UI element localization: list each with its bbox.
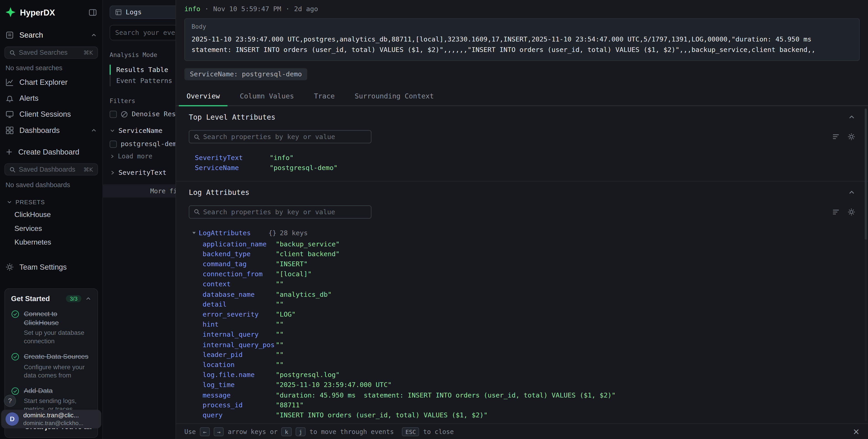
sidebar-item-alerts[interactable]: Alerts bbox=[0, 90, 102, 106]
attribute-key[interactable]: SeverityText bbox=[195, 153, 270, 163]
saved-searches-input[interactable] bbox=[19, 49, 80, 57]
sidebar-item-client-sessions[interactable]: Client Sessions bbox=[0, 106, 102, 122]
attribute-key[interactable]: message bbox=[203, 390, 276, 400]
saved-searches-input-wrap: ⌘K bbox=[4, 46, 98, 59]
attribute-key[interactable]: error_severity bbox=[203, 310, 276, 319]
sidebar-item-team-settings[interactable]: Team Settings bbox=[0, 259, 102, 275]
attribute-key[interactable]: query bbox=[203, 410, 276, 420]
attribute-value[interactable]: "INSERT" bbox=[276, 259, 308, 269]
lines-view-icon[interactable] bbox=[832, 133, 840, 140]
attribute-value[interactable]: "[local]" bbox=[276, 269, 312, 279]
attribute-row: message"duration: 45.950 ms statement: I… bbox=[203, 390, 855, 400]
service-name-chip[interactable]: ServiceName: postgresql-demo bbox=[184, 68, 308, 80]
sidebar-item-search[interactable]: Search bbox=[0, 27, 102, 43]
attribute-value[interactable]: "postgresql-demo" bbox=[270, 163, 338, 173]
attribute-key[interactable]: ServiceName bbox=[195, 163, 270, 173]
collapse-section-icon[interactable] bbox=[848, 188, 856, 196]
collapse-sidebar-icon[interactable] bbox=[89, 8, 97, 16]
attribute-key[interactable]: process_id bbox=[203, 400, 276, 410]
attribute-key[interactable]: application_name bbox=[203, 239, 276, 249]
attribute-row: ServiceName "postgresql-demo" bbox=[195, 163, 855, 173]
attribute-value[interactable]: "backup_service" bbox=[276, 239, 340, 249]
lines-view-icon[interactable] bbox=[832, 208, 840, 216]
tab-trace[interactable]: Trace bbox=[306, 88, 342, 105]
presets-toggle[interactable]: PRESETS bbox=[0, 195, 102, 208]
chevron-down-icon bbox=[110, 128, 115, 133]
plus-icon bbox=[5, 148, 13, 156]
attribute-value[interactable]: "88711" bbox=[276, 400, 304, 410]
attribute-value[interactable]: "LOG" bbox=[276, 310, 296, 319]
attribute-value[interactable]: "" bbox=[276, 340, 284, 350]
attribute-key[interactable]: database_name bbox=[203, 289, 276, 299]
scrollbar-thumb[interactable] bbox=[865, 108, 867, 240]
get-started-step[interactable]: Connect to ClickHouse Set up your databa… bbox=[11, 310, 91, 346]
attribute-row: internal_query"" bbox=[203, 330, 855, 340]
attribute-value[interactable]: "INSERT INTO orders (user_id, total) VAL… bbox=[276, 410, 488, 420]
app-root: HyperDX Search ⌘K No saved searches bbox=[0, 0, 868, 439]
tree-root-key[interactable]: LogAttributes bbox=[199, 229, 251, 237]
denoise-checkbox[interactable] bbox=[110, 110, 117, 118]
body-text[interactable]: 2025-11-10 23:59:47.000 UTC,postgres,ana… bbox=[191, 34, 852, 55]
attribute-key[interactable]: log_time bbox=[203, 380, 276, 390]
brand-name: HyperDX bbox=[20, 7, 88, 17]
attribute-value[interactable]: "" bbox=[276, 350, 284, 360]
attribute-value[interactable]: "info" bbox=[270, 153, 293, 163]
attribute-value[interactable]: "" bbox=[276, 279, 284, 289]
sidebar-item-chart-explorer[interactable]: Chart Explorer bbox=[0, 74, 102, 90]
preset-item-services[interactable]: Services bbox=[0, 221, 102, 235]
detail-tabs: Overview Column Values Trace Surrounding… bbox=[176, 88, 868, 106]
avatar: D bbox=[5, 412, 19, 426]
attribute-value[interactable]: "" bbox=[276, 319, 284, 330]
event-search-input[interactable] bbox=[115, 29, 183, 36]
source-selector-button[interactable]: Logs bbox=[110, 5, 182, 19]
key-esc: ESC bbox=[402, 427, 419, 436]
gear-icon[interactable] bbox=[847, 133, 855, 140]
attribute-key[interactable]: backend_type bbox=[203, 249, 276, 259]
property-search-input[interactable] bbox=[203, 133, 366, 140]
tab-column-values[interactable]: Column Values bbox=[232, 88, 302, 105]
collapse-section-icon[interactable] bbox=[848, 114, 856, 121]
preset-item-clickhouse[interactable]: ClickHouse bbox=[0, 208, 102, 222]
attribute-value[interactable]: "2025-11-10 23:59:47.000 UTC" bbox=[276, 380, 392, 390]
attribute-row: detail"" bbox=[203, 299, 855, 309]
attribute-key[interactable]: connection_from bbox=[203, 269, 276, 279]
panel-footer: Use ← → arrow keys or k j to move throug… bbox=[176, 424, 868, 439]
get-started-header[interactable]: Get Started 3/3 bbox=[11, 294, 91, 303]
attribute-value[interactable]: "" bbox=[276, 299, 284, 309]
top-level-attributes-section: Top Level Attributes bbox=[176, 106, 868, 182]
key-j: j bbox=[296, 427, 306, 436]
attribute-key[interactable]: hint bbox=[203, 319, 276, 330]
get-started-step[interactable]: Create Data Sources Configure where your… bbox=[11, 353, 91, 379]
preset-item-kubernetes[interactable]: Kubernetes bbox=[0, 235, 102, 249]
sidebar-item-dashboards[interactable]: Dashboards bbox=[0, 122, 102, 138]
saved-dashboards-input[interactable] bbox=[19, 165, 80, 173]
property-search-input[interactable] bbox=[203, 208, 366, 216]
service-checkbox[interactable] bbox=[110, 140, 117, 148]
attribute-key[interactable]: internal_query bbox=[203, 330, 276, 340]
attribute-key[interactable]: context bbox=[203, 279, 276, 289]
attribute-value[interactable]: "" bbox=[276, 360, 284, 370]
attribute-key[interactable]: command_tag bbox=[203, 259, 276, 269]
brand-row: HyperDX bbox=[0, 0, 102, 24]
log-attributes-tree-toggle[interactable]: LogAttributes {} 28 keys bbox=[189, 229, 855, 237]
attribute-value[interactable]: "" bbox=[276, 330, 284, 340]
attribute-key[interactable]: internal_query_pos bbox=[203, 340, 276, 350]
tab-overview[interactable]: Overview bbox=[179, 88, 227, 105]
close-icon[interactable]: × bbox=[853, 427, 860, 437]
attribute-value[interactable]: "postgresql.log" bbox=[276, 370, 340, 380]
user-menu[interactable]: D dominic.tran@clic... dominic.tran@clic… bbox=[1, 410, 101, 429]
attribute-value[interactable]: "duration: 45.950 ms statement: INSERT I… bbox=[276, 390, 615, 400]
create-dashboard-button[interactable]: Create Dashboard bbox=[0, 144, 102, 160]
help-button[interactable]: ? bbox=[4, 395, 16, 407]
scrollbar[interactable] bbox=[865, 108, 867, 421]
attribute-value[interactable]: "client backend" bbox=[276, 249, 340, 259]
attribute-key[interactable]: leader_pid bbox=[203, 350, 276, 360]
attribute-value[interactable]: "analytics_db" bbox=[276, 289, 332, 299]
tab-surrounding-context[interactable]: Surrounding Context bbox=[347, 88, 441, 105]
attribute-key[interactable]: location bbox=[203, 360, 276, 370]
chevron-up-icon bbox=[91, 32, 97, 38]
attribute-key[interactable]: detail bbox=[203, 299, 276, 309]
gear-icon[interactable] bbox=[847, 208, 855, 216]
attribute-key[interactable]: log.file.name bbox=[203, 370, 276, 380]
sidebar-item-label: Client Sessions bbox=[20, 110, 71, 118]
